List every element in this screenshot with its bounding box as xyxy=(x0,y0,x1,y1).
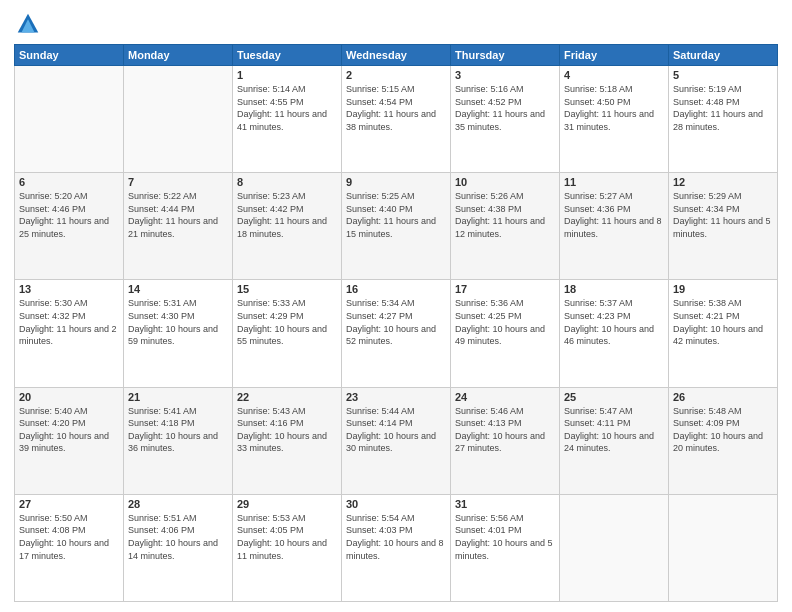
calendar-week-row: 27Sunrise: 5:50 AM Sunset: 4:08 PM Dayli… xyxy=(15,494,778,601)
calendar-cell: 23Sunrise: 5:44 AM Sunset: 4:14 PM Dayli… xyxy=(342,387,451,494)
day-info: Sunrise: 5:41 AM Sunset: 4:18 PM Dayligh… xyxy=(128,405,228,455)
day-number: 30 xyxy=(346,498,446,510)
calendar-cell: 19Sunrise: 5:38 AM Sunset: 4:21 PM Dayli… xyxy=(669,280,778,387)
day-number: 3 xyxy=(455,69,555,81)
weekday-header-tuesday: Tuesday xyxy=(233,45,342,66)
calendar-cell xyxy=(124,66,233,173)
calendar-cell xyxy=(15,66,124,173)
calendar-cell: 25Sunrise: 5:47 AM Sunset: 4:11 PM Dayli… xyxy=(560,387,669,494)
calendar-cell: 5Sunrise: 5:19 AM Sunset: 4:48 PM Daylig… xyxy=(669,66,778,173)
calendar-week-row: 1Sunrise: 5:14 AM Sunset: 4:55 PM Daylig… xyxy=(15,66,778,173)
calendar-cell: 17Sunrise: 5:36 AM Sunset: 4:25 PM Dayli… xyxy=(451,280,560,387)
weekday-header-wednesday: Wednesday xyxy=(342,45,451,66)
weekday-header-thursday: Thursday xyxy=(451,45,560,66)
calendar-header-row: SundayMondayTuesdayWednesdayThursdayFrid… xyxy=(15,45,778,66)
day-number: 5 xyxy=(673,69,773,81)
calendar-cell: 7Sunrise: 5:22 AM Sunset: 4:44 PM Daylig… xyxy=(124,173,233,280)
calendar-table: SundayMondayTuesdayWednesdayThursdayFrid… xyxy=(14,44,778,602)
day-info: Sunrise: 5:14 AM Sunset: 4:55 PM Dayligh… xyxy=(237,83,337,133)
day-number: 1 xyxy=(237,69,337,81)
calendar-cell: 31Sunrise: 5:56 AM Sunset: 4:01 PM Dayli… xyxy=(451,494,560,601)
day-number: 23 xyxy=(346,391,446,403)
calendar-cell: 27Sunrise: 5:50 AM Sunset: 4:08 PM Dayli… xyxy=(15,494,124,601)
day-info: Sunrise: 5:50 AM Sunset: 4:08 PM Dayligh… xyxy=(19,512,119,562)
day-info: Sunrise: 5:29 AM Sunset: 4:34 PM Dayligh… xyxy=(673,190,773,240)
calendar-cell: 12Sunrise: 5:29 AM Sunset: 4:34 PM Dayli… xyxy=(669,173,778,280)
day-info: Sunrise: 5:22 AM Sunset: 4:44 PM Dayligh… xyxy=(128,190,228,240)
day-number: 6 xyxy=(19,176,119,188)
logo xyxy=(14,10,46,38)
day-number: 12 xyxy=(673,176,773,188)
day-number: 27 xyxy=(19,498,119,510)
calendar-cell: 16Sunrise: 5:34 AM Sunset: 4:27 PM Dayli… xyxy=(342,280,451,387)
day-info: Sunrise: 5:33 AM Sunset: 4:29 PM Dayligh… xyxy=(237,297,337,347)
calendar-cell: 15Sunrise: 5:33 AM Sunset: 4:29 PM Dayli… xyxy=(233,280,342,387)
weekday-header-saturday: Saturday xyxy=(669,45,778,66)
calendar-cell: 2Sunrise: 5:15 AM Sunset: 4:54 PM Daylig… xyxy=(342,66,451,173)
day-number: 13 xyxy=(19,283,119,295)
day-info: Sunrise: 5:56 AM Sunset: 4:01 PM Dayligh… xyxy=(455,512,555,562)
header xyxy=(14,10,778,38)
weekday-header-friday: Friday xyxy=(560,45,669,66)
day-info: Sunrise: 5:44 AM Sunset: 4:14 PM Dayligh… xyxy=(346,405,446,455)
day-number: 26 xyxy=(673,391,773,403)
day-info: Sunrise: 5:15 AM Sunset: 4:54 PM Dayligh… xyxy=(346,83,446,133)
day-number: 19 xyxy=(673,283,773,295)
day-number: 15 xyxy=(237,283,337,295)
day-number: 17 xyxy=(455,283,555,295)
day-info: Sunrise: 5:54 AM Sunset: 4:03 PM Dayligh… xyxy=(346,512,446,562)
day-info: Sunrise: 5:53 AM Sunset: 4:05 PM Dayligh… xyxy=(237,512,337,562)
day-info: Sunrise: 5:20 AM Sunset: 4:46 PM Dayligh… xyxy=(19,190,119,240)
day-number: 20 xyxy=(19,391,119,403)
calendar-cell: 24Sunrise: 5:46 AM Sunset: 4:13 PM Dayli… xyxy=(451,387,560,494)
day-info: Sunrise: 5:23 AM Sunset: 4:42 PM Dayligh… xyxy=(237,190,337,240)
page: SundayMondayTuesdayWednesdayThursdayFrid… xyxy=(0,0,792,612)
weekday-header-sunday: Sunday xyxy=(15,45,124,66)
day-info: Sunrise: 5:26 AM Sunset: 4:38 PM Dayligh… xyxy=(455,190,555,240)
day-info: Sunrise: 5:38 AM Sunset: 4:21 PM Dayligh… xyxy=(673,297,773,347)
day-info: Sunrise: 5:31 AM Sunset: 4:30 PM Dayligh… xyxy=(128,297,228,347)
calendar-week-row: 6Sunrise: 5:20 AM Sunset: 4:46 PM Daylig… xyxy=(15,173,778,280)
day-info: Sunrise: 5:51 AM Sunset: 4:06 PM Dayligh… xyxy=(128,512,228,562)
calendar-cell: 21Sunrise: 5:41 AM Sunset: 4:18 PM Dayli… xyxy=(124,387,233,494)
calendar-cell: 26Sunrise: 5:48 AM Sunset: 4:09 PM Dayli… xyxy=(669,387,778,494)
calendar-cell: 22Sunrise: 5:43 AM Sunset: 4:16 PM Dayli… xyxy=(233,387,342,494)
calendar-cell: 30Sunrise: 5:54 AM Sunset: 4:03 PM Dayli… xyxy=(342,494,451,601)
day-info: Sunrise: 5:36 AM Sunset: 4:25 PM Dayligh… xyxy=(455,297,555,347)
day-info: Sunrise: 5:46 AM Sunset: 4:13 PM Dayligh… xyxy=(455,405,555,455)
calendar-cell xyxy=(669,494,778,601)
day-number: 31 xyxy=(455,498,555,510)
day-info: Sunrise: 5:40 AM Sunset: 4:20 PM Dayligh… xyxy=(19,405,119,455)
calendar-cell: 8Sunrise: 5:23 AM Sunset: 4:42 PM Daylig… xyxy=(233,173,342,280)
day-number: 14 xyxy=(128,283,228,295)
day-number: 8 xyxy=(237,176,337,188)
day-number: 28 xyxy=(128,498,228,510)
day-info: Sunrise: 5:48 AM Sunset: 4:09 PM Dayligh… xyxy=(673,405,773,455)
logo-icon xyxy=(14,10,42,38)
day-info: Sunrise: 5:19 AM Sunset: 4:48 PM Dayligh… xyxy=(673,83,773,133)
weekday-header-monday: Monday xyxy=(124,45,233,66)
calendar-cell: 6Sunrise: 5:20 AM Sunset: 4:46 PM Daylig… xyxy=(15,173,124,280)
day-info: Sunrise: 5:25 AM Sunset: 4:40 PM Dayligh… xyxy=(346,190,446,240)
day-info: Sunrise: 5:16 AM Sunset: 4:52 PM Dayligh… xyxy=(455,83,555,133)
calendar-cell: 9Sunrise: 5:25 AM Sunset: 4:40 PM Daylig… xyxy=(342,173,451,280)
day-number: 24 xyxy=(455,391,555,403)
calendar-week-row: 13Sunrise: 5:30 AM Sunset: 4:32 PM Dayli… xyxy=(15,280,778,387)
calendar-cell: 11Sunrise: 5:27 AM Sunset: 4:36 PM Dayli… xyxy=(560,173,669,280)
day-number: 22 xyxy=(237,391,337,403)
day-number: 21 xyxy=(128,391,228,403)
day-info: Sunrise: 5:18 AM Sunset: 4:50 PM Dayligh… xyxy=(564,83,664,133)
day-info: Sunrise: 5:27 AM Sunset: 4:36 PM Dayligh… xyxy=(564,190,664,240)
calendar-cell: 14Sunrise: 5:31 AM Sunset: 4:30 PM Dayli… xyxy=(124,280,233,387)
day-info: Sunrise: 5:43 AM Sunset: 4:16 PM Dayligh… xyxy=(237,405,337,455)
day-info: Sunrise: 5:37 AM Sunset: 4:23 PM Dayligh… xyxy=(564,297,664,347)
day-number: 2 xyxy=(346,69,446,81)
calendar-cell: 1Sunrise: 5:14 AM Sunset: 4:55 PM Daylig… xyxy=(233,66,342,173)
calendar-cell xyxy=(560,494,669,601)
day-number: 11 xyxy=(564,176,664,188)
calendar-cell: 4Sunrise: 5:18 AM Sunset: 4:50 PM Daylig… xyxy=(560,66,669,173)
day-number: 18 xyxy=(564,283,664,295)
day-info: Sunrise: 5:47 AM Sunset: 4:11 PM Dayligh… xyxy=(564,405,664,455)
calendar-cell: 29Sunrise: 5:53 AM Sunset: 4:05 PM Dayli… xyxy=(233,494,342,601)
calendar-cell: 13Sunrise: 5:30 AM Sunset: 4:32 PM Dayli… xyxy=(15,280,124,387)
